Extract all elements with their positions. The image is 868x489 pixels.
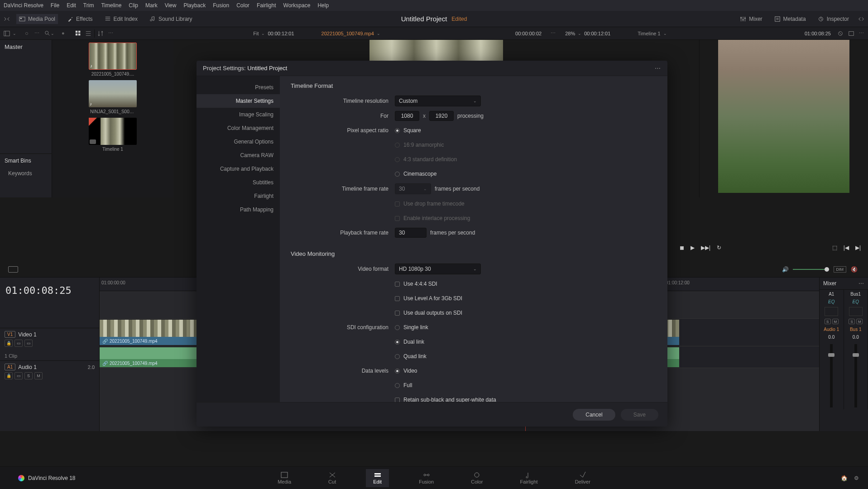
mixer-channel[interactable]: Bus1 EQ SM Bus 1 0.0: [844, 290, 868, 409]
source-timecode[interactable]: 00:00:12:01: [268, 31, 294, 36]
menu-item[interactable]: Workspace: [283, 2, 311, 9]
program-timecode[interactable]: 01:00:08:25: [805, 31, 831, 36]
height-input[interactable]: 1920: [429, 111, 454, 121]
chevron-down-icon[interactable]: ⌄: [578, 31, 581, 36]
clip-thumbnail[interactable]: ♪: [89, 43, 137, 70]
fit-label[interactable]: Fit: [253, 31, 259, 36]
channel-value[interactable]: 0.0: [828, 335, 834, 340]
expand-icon[interactable]: [4, 16, 10, 22]
sidebar-item-subtitles[interactable]: Subtitles: [197, 176, 280, 189]
sound-library-button[interactable]: Sound Library: [147, 14, 195, 24]
media-page-tab[interactable]: Media: [270, 469, 298, 487]
more-icon[interactable]: ⋯: [859, 30, 864, 36]
dialog-content[interactable]: Timeline Format Timeline resolution Cust…: [280, 76, 667, 402]
clip-thumb[interactable]: ♪ 20221005_100749....: [89, 43, 137, 77]
link-icon[interactable]: [24, 30, 30, 37]
list-icon[interactable]: [85, 30, 91, 37]
effects-button[interactable]: Effects: [64, 14, 95, 24]
media-pool-button[interactable]: Media Pool: [16, 14, 58, 24]
more-icon[interactable]: ⋯: [34, 30, 40, 36]
more-icon[interactable]: ⋯: [551, 30, 556, 36]
sidebar-item-general-options[interactable]: General Options: [197, 135, 280, 149]
clip-thumb[interactable]: Timeline 1: [89, 118, 137, 152]
timeline-resolution-select[interactable]: Custom⌄: [395, 96, 481, 106]
mute-icon[interactable]: 🔇: [851, 266, 859, 273]
mute-button[interactable]: M: [832, 319, 839, 324]
lock-icon[interactable]: 🔒: [5, 372, 13, 379]
mixer-button[interactable]: Mixer: [737, 14, 765, 24]
dual-output-checkbox[interactable]: [395, 311, 400, 316]
playback-framerate-input[interactable]: 30: [395, 228, 427, 238]
chevron-down-icon[interactable]: ⌄: [51, 31, 54, 36]
video-track-badge[interactable]: V1: [5, 331, 15, 338]
audio-track-header[interactable]: A1 Audio 1 2.0 🔒 ▭ S M: [0, 360, 99, 384]
fairlight-page-tab[interactable]: Fairlight: [513, 469, 545, 487]
menu-item[interactable]: Playback: [183, 2, 206, 9]
chevron-down-icon[interactable]: ⌄: [13, 31, 16, 36]
source-filename[interactable]: 20221005_100749.mp4: [321, 31, 374, 36]
home-icon[interactable]: 🏠: [841, 475, 848, 481]
sidebar-item-image-scaling[interactable]: Image Scaling: [197, 108, 280, 121]
menu-item[interactable]: Mark: [145, 2, 158, 9]
sidebar-item-camera-raw[interactable]: Camera RAW: [197, 149, 280, 162]
chevron-down-icon[interactable]: ⌄: [663, 31, 667, 36]
sidebar-item-master-settings[interactable]: Master Settings: [197, 94, 280, 108]
mute-button[interactable]: M: [856, 319, 863, 324]
thumbnail-icon[interactable]: ▭: [24, 340, 33, 347]
timeline-timecode[interactable]: 01:00:08:25: [0, 278, 99, 303]
video-format-select[interactable]: HD 1080p 30⌄: [395, 264, 481, 274]
timeline-name[interactable]: Timeline 1: [638, 31, 660, 36]
fusion-page-tab[interactable]: Fusion: [412, 469, 441, 487]
auto-select-icon[interactable]: ▭: [14, 340, 23, 347]
dim-button[interactable]: DIM: [834, 266, 847, 273]
clip-thumbnail[interactable]: ♪: [89, 80, 137, 107]
fader[interactable]: [830, 344, 833, 408]
mute-button[interactable]: M: [34, 372, 43, 379]
gear-icon[interactable]: ⚙: [854, 475, 859, 481]
next-edit-icon[interactable]: ▶|: [855, 244, 861, 251]
radio-square[interactable]: [395, 128, 400, 133]
sidebar-item-presets[interactable]: Presets: [197, 81, 280, 94]
single-viewer-icon[interactable]: [848, 30, 854, 37]
width-input[interactable]: 1080: [395, 111, 419, 121]
save-button[interactable]: Save: [621, 409, 658, 421]
edit-page-tab[interactable]: Edit: [366, 469, 389, 487]
radio-video[interactable]: [395, 369, 400, 374]
more-icon[interactable]: ⋯: [655, 65, 661, 72]
timeline-viewer[interactable]: [700, 40, 868, 197]
radio-full[interactable]: [395, 383, 400, 388]
eq-label[interactable]: EQ: [853, 299, 859, 304]
play-button[interactable]: ▶: [691, 244, 695, 251]
color-page-tab[interactable]: Color: [464, 469, 490, 487]
menu-item[interactable]: Clip: [129, 2, 138, 9]
radio-single-link[interactable]: [395, 325, 400, 330]
menu-item[interactable]: Timeline: [101, 2, 121, 9]
more-icon[interactable]: ⋯: [108, 30, 114, 36]
menu-item[interactable]: Edit: [67, 2, 76, 9]
menu-item[interactable]: DaVinci Resolve: [4, 2, 43, 9]
use-444-checkbox[interactable]: [395, 282, 400, 287]
solo-button[interactable]: S: [849, 319, 855, 324]
prev-edit-icon[interactable]: |◀: [844, 244, 849, 251]
level-a-checkbox[interactable]: [395, 296, 400, 301]
metadata-button[interactable]: Metadata: [772, 14, 809, 24]
sidebar-item-color-management[interactable]: Color Management: [197, 121, 280, 135]
keywords-bin[interactable]: Keywords: [0, 168, 52, 179]
chevron-down-icon[interactable]: ⌄: [261, 31, 265, 36]
sidebar-item-fairlight[interactable]: Fairlight: [197, 189, 280, 203]
clip-thumb[interactable]: ♪ NINJA2_S001_S001_...: [89, 80, 137, 114]
channel-value[interactable]: 0.0: [853, 335, 859, 340]
auto-select-icon[interactable]: ▭: [14, 372, 23, 379]
collapse-icon[interactable]: [858, 16, 864, 22]
eq-graph[interactable]: [849, 307, 863, 316]
video-track-header[interactable]: V1 Video 1 🔒 ▭ ▭: [0, 328, 99, 351]
deliver-page-tab[interactable]: Deliver: [568, 469, 598, 487]
master-bin[interactable]: Master: [0, 40, 52, 54]
menu-item[interactable]: Fusion: [213, 2, 229, 9]
cancel-button[interactable]: Cancel: [573, 409, 615, 421]
eq-label[interactable]: EQ: [828, 299, 834, 304]
cut-page-tab[interactable]: Cut: [321, 469, 343, 487]
solo-button[interactable]: S: [24, 372, 33, 379]
radio-quad-link[interactable]: [395, 354, 400, 359]
sort-icon[interactable]: [97, 30, 104, 37]
